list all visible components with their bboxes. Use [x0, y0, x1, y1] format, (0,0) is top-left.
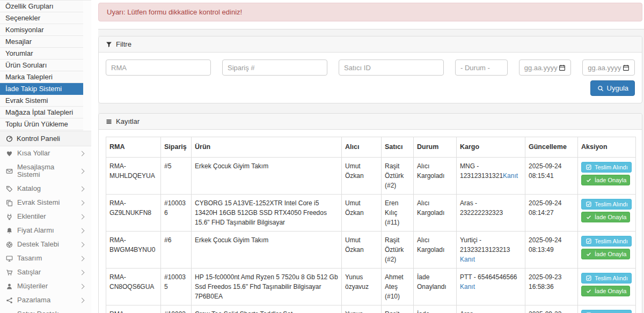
records-panel-heading: Kayıtlar [99, 114, 642, 130]
date-from-input[interactable]: gg.aa.yyyy [519, 59, 572, 76]
content: Filtre - Durum - gg.aa.yyyy [98, 29, 644, 313]
sidebar-item[interactable]: Marka Talepleri [0, 71, 83, 83]
heart-icon [5, 150, 13, 157]
sidebar-menu-item[interactable]: Mesajlaşma Sistemi [0, 160, 91, 182]
sidebar-menu-item[interactable]: Tasarım [0, 251, 91, 265]
received-button[interactable]: Teslim Alındı [581, 162, 632, 173]
sidebar-menu-item[interactable]: Katalog [0, 182, 91, 196]
sidebar-item[interactable]: Toplu Ürün Yükleme [0, 118, 83, 130]
received-button-label: Teslim Alındı [595, 238, 628, 244]
check-square-icon [585, 165, 592, 170]
sidebar-item[interactable]: Mağaza İptal Talepleri [0, 107, 83, 118]
status-select[interactable]: - Durum - [455, 59, 508, 76]
calendar-icon[interactable] [558, 64, 566, 71]
sidebar-menu-item[interactable]: Eklentiler [0, 210, 91, 223]
column-header: Satıcı [382, 137, 414, 158]
sidebar-item[interactable]: Mesajlar [0, 36, 83, 48]
check-icon [585, 288, 592, 294]
order-cell: #100034 [161, 305, 192, 313]
sidebar-item-active[interactable]: İade Takip Sistemi [0, 83, 83, 95]
calendar-icon[interactable] [622, 64, 630, 71]
sidebar-item[interactable]: Seçenekler [0, 12, 83, 24]
updated-cell: 2025-09-24 08:14:27 [525, 194, 578, 231]
product-cell: Erkek Çocuk Giyim Takım [192, 231, 342, 268]
bell-icon [5, 227, 13, 234]
cargo-cell: PTT - 65464546566Kanıt [457, 268, 525, 305]
received-button[interactable]: Teslim Alındı [581, 199, 632, 210]
approve-return-button[interactable]: İade Onayla [581, 286, 630, 296]
action-cell: Teslim Alındıİade Onayla [578, 231, 636, 268]
sidebar-menu-item-label: Pazarlama [17, 296, 76, 304]
filter-icon [105, 41, 113, 48]
sidebar-menu-item-label: Müşteriler [17, 282, 76, 290]
column-header: Kargo [457, 137, 525, 158]
check-icon [585, 214, 592, 220]
cargo-text: PTT - 65464546566 [460, 273, 517, 281]
seller-cell: Ahmet Ateş (#10) [382, 268, 414, 305]
order-cell: #5 [161, 157, 192, 194]
approve-return-button[interactable]: İade Onayla [581, 249, 630, 259]
sidebar-menu-item[interactable]: Fiyat Alarmı [0, 223, 91, 237]
check-square-icon [585, 275, 592, 281]
sidebar-menu-item[interactable]: Destek Talebi [0, 237, 91, 251]
product-cell: Erkek Çocuk Giyim Takım [192, 157, 342, 194]
sidebar-dashboard-label: Kontrol Paneli [17, 135, 60, 143]
sidebar-menu-item[interactable]: Müşteriler [0, 279, 91, 293]
approve-return-button[interactable]: İade Onayla [581, 175, 630, 185]
column-header: Alıcı [342, 137, 382, 158]
cargo-text: Aras - 2131321123131321 [460, 310, 517, 313]
column-header: Güncelleme [525, 137, 578, 158]
sidebar-item[interactable]: Yorumlar [0, 48, 83, 59]
sidebar-menu-item[interactable]: Kısa Yollar [0, 146, 91, 160]
sidebar-item[interactable]: Evrak Sistemi [0, 95, 83, 107]
received-button[interactable]: Teslim Alındı [581, 310, 632, 313]
warning-alert-text: Uyarı: Lütfen formu dikkatlice kontrol e… [107, 8, 242, 16]
approve-return-button-label: İade Onayla [595, 214, 626, 220]
records-panel-body: RMASiparişÜrünAlıcıSatıcıDurumKargoGünce… [99, 130, 642, 313]
cargo-text: MNG - 123123131321 [460, 162, 503, 180]
proof-link[interactable]: Kanıt [460, 282, 475, 292]
approve-return-button[interactable]: İade Onayla [581, 212, 630, 222]
sidebar-item[interactable]: Özellik Grupları [0, 1, 83, 12]
sidebar-menu-item-label: Satışlar [17, 269, 76, 276]
dashboard-icon [5, 135, 13, 142]
order-cell: #6 [161, 231, 192, 268]
sidebar-menu-item-label: Satıcı Destek Sistemi [17, 310, 76, 313]
chevron-right-icon [79, 270, 85, 275]
sidebar-menu-item[interactable]: Satıcı Destek Sistemi [0, 307, 91, 313]
sidebar-item-dashboard[interactable]: Kontrol Paneli [0, 131, 91, 146]
order-input[interactable] [222, 59, 327, 76]
sidebar-item[interactable]: Komisyonlar [0, 24, 83, 36]
buyer-cell: Yunus özyavuz [342, 268, 382, 305]
sidebar-item[interactable]: Ürün Soruları [0, 59, 83, 71]
sidebar-menu-item[interactable]: Evrak Sistemi [0, 196, 91, 210]
apply-button[interactable]: Uygula [590, 80, 635, 96]
copy-icon [5, 199, 13, 206]
table-row: RMA-LYJQEKT5LW#100034Crew Tee Solid Shor… [106, 305, 636, 313]
sidebar-top-list: Özellik GruplarıSeçeneklerKomisyonlarMes… [0, 0, 91, 130]
sidebar-menu-item-label: Fiyat Alarmı [17, 227, 76, 234]
seller-id-input[interactable] [339, 59, 444, 76]
date-from-placeholder: gg.aa.yyyy [524, 64, 558, 72]
updated-cell: 2025-09-24 08:15:41 [525, 157, 578, 194]
received-button[interactable]: Teslim Alındı [581, 236, 632, 247]
date-to-input[interactable]: gg.aa.yyyy [582, 59, 635, 76]
sidebar-menu-item[interactable]: Satışlar [0, 265, 91, 279]
records-table: RMASiparişÜrünAlıcıSatıcıDurumKargoGünce… [106, 137, 636, 313]
action-cell: Teslim Alındıİade Onayla [578, 194, 636, 231]
proof-link[interactable]: Kanıt [503, 171, 518, 181]
status-cell: Alıcı Kargoladı [414, 231, 457, 268]
sidebar-menu-item[interactable]: Pazarlama [0, 293, 91, 307]
status-select-value: - Durum - [460, 64, 490, 72]
proof-link[interactable]: Kanıt [460, 255, 475, 264]
desktop-icon [5, 255, 13, 262]
user-icon [5, 283, 13, 290]
rma-input[interactable] [106, 59, 211, 76]
records-panel: Kayıtlar RMASiparişÜrünAlıcıSatıcıDurumK… [98, 113, 642, 313]
received-button[interactable]: Teslim Alındı [581, 273, 632, 284]
cargo-text: Yurtiçi - 21323213123213 [460, 236, 510, 254]
column-header: Durum [414, 137, 457, 158]
check-square-icon [585, 202, 592, 207]
column-header: Ürün [192, 137, 342, 158]
table-row: RMA-GZ9LNUKFN8#100036CYBORG 15 A13VE-125… [106, 194, 636, 231]
